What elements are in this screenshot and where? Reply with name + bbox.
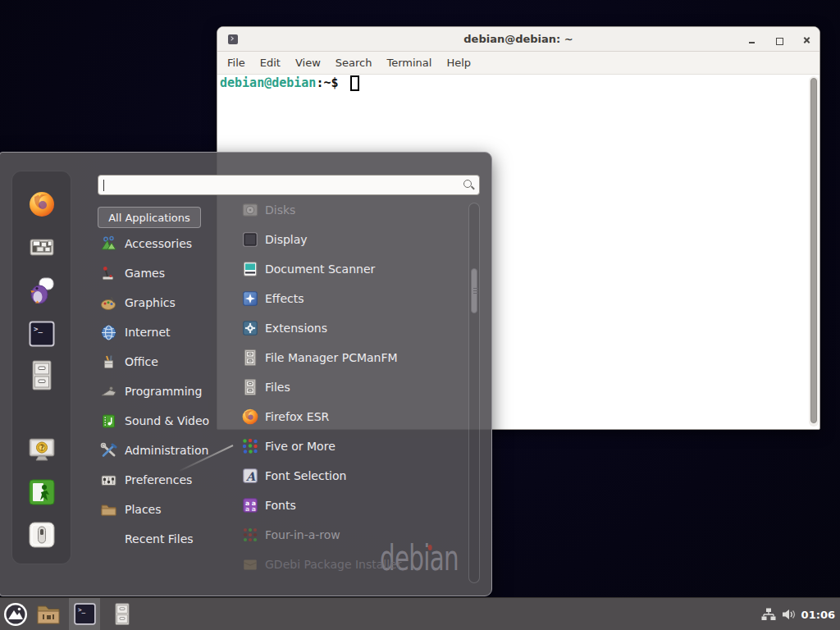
- preferences-icon: [100, 472, 117, 489]
- terminal-menubar: File Edit View Search Terminal Help: [217, 52, 819, 75]
- power-icon[interactable]: [28, 521, 56, 549]
- extensions-icon: [241, 319, 259, 337]
- terminal-icon[interactable]: >_: [28, 320, 56, 348]
- taskbar-terminal-button[interactable]: >_: [69, 598, 100, 630]
- app-five-or-more[interactable]: Five or More: [241, 431, 468, 461]
- svg-text:a a: a a: [245, 505, 256, 513]
- programming-icon: [100, 383, 117, 400]
- pidgin-icon[interactable]: [28, 276, 56, 304]
- close-button[interactable]: [802, 35, 812, 45]
- app-four-in-a-row[interactable]: Four-in-a-row: [241, 520, 468, 550]
- category-list: Accessories Games Graphics Internet Offi…: [100, 229, 238, 554]
- firefox-icon[interactable]: [28, 190, 56, 218]
- category-sound-video[interactable]: Sound & Video: [100, 406, 238, 436]
- taskbar-file-manager-button[interactable]: [33, 598, 64, 630]
- effects-icon: [241, 290, 259, 308]
- svg-text:?: ?: [40, 445, 44, 452]
- category-internet[interactable]: Internet: [100, 317, 238, 347]
- terminal-titlebar[interactable]: debian@debian: ~: [217, 27, 819, 52]
- shell-prompt: debian@debian:~$: [220, 75, 339, 90]
- network-icon[interactable]: [761, 608, 776, 621]
- internet-icon: [100, 324, 117, 341]
- lock-screen-icon[interactable]: ?: [28, 436, 56, 463]
- menu-view[interactable]: View: [288, 57, 328, 69]
- five-or-more-icon: [241, 437, 259, 455]
- app-extensions[interactable]: Extensions: [241, 313, 468, 343]
- terminal-title: debian@debian: ~: [217, 33, 819, 45]
- accessories-icon: [100, 235, 117, 253]
- search-icon: [463, 180, 472, 188]
- document-scanner-icon: [241, 260, 259, 278]
- app-files[interactable]: Files: [241, 372, 468, 402]
- favorites-column: >_ ?: [11, 171, 71, 564]
- file-cabinet-icon: [241, 349, 259, 367]
- app-effects[interactable]: Effects: [241, 284, 468, 313]
- file-cabinet-icon: [241, 378, 259, 396]
- category-office[interactable]: Office: [100, 347, 238, 377]
- places-icon: [100, 501, 117, 518]
- app-file-manager-pcmanfm[interactable]: File Manager PCManFM: [241, 343, 468, 372]
- menu-edit[interactable]: Edit: [253, 57, 288, 69]
- category-all-applications[interactable]: All Applications: [98, 207, 201, 228]
- sound-video-icon: [100, 413, 117, 430]
- minimize-button[interactable]: [747, 35, 757, 45]
- desktop: debian@debian: ~ File Edit View Search T…: [0, 0, 840, 630]
- file-manager-icon[interactable]: [28, 360, 56, 388]
- logout-icon[interactable]: [28, 478, 56, 506]
- category-accessories[interactable]: Accessories: [100, 229, 238, 258]
- svg-text:A: A: [245, 470, 256, 483]
- taskbar-files-button[interactable]: [107, 598, 138, 630]
- taskbar: >_: [0, 597, 840, 630]
- disks-icon: [241, 201, 259, 219]
- font-selection-icon: A: [241, 467, 259, 485]
- administration-icon: [100, 442, 117, 459]
- category-recent-files[interactable]: Recent Files: [100, 524, 238, 554]
- category-programming[interactable]: Programming: [100, 377, 238, 406]
- terminal-scrollbar-thumb[interactable]: [810, 78, 817, 423]
- firefox-esr-icon: [241, 408, 259, 426]
- gdebi-icon: [241, 555, 259, 573]
- menu-file[interactable]: File: [220, 57, 253, 69]
- menu-scrollbar-thumb[interactable]: [471, 268, 477, 313]
- search-input[interactable]: [98, 175, 480, 195]
- taskbar-menu-button[interactable]: [0, 598, 31, 630]
- category-places[interactable]: Places: [100, 495, 238, 524]
- terminal-scrollbar[interactable]: [809, 76, 819, 427]
- menu-search[interactable]: Search: [328, 57, 380, 69]
- package-manager-icon[interactable]: [28, 233, 56, 261]
- app-display[interactable]: Display: [241, 225, 468, 254]
- text-caret: [103, 180, 104, 191]
- office-icon: [100, 354, 117, 371]
- terminal-cursor: [350, 75, 359, 91]
- svg-text:>_: >_: [34, 325, 43, 333]
- maximize-button[interactable]: [774, 35, 784, 45]
- svg-text:>_: >_: [78, 606, 86, 614]
- category-preferences[interactable]: Preferences: [100, 465, 238, 495]
- app-firefox-esr[interactable]: Firefox ESR: [241, 402, 468, 431]
- category-graphics[interactable]: Graphics: [100, 288, 238, 317]
- display-icon: [241, 231, 259, 249]
- app-document-scanner[interactable]: Document Scanner: [241, 254, 468, 284]
- four-in-a-row-icon: [241, 526, 259, 544]
- app-fonts[interactable]: a aa a Fonts: [241, 491, 468, 520]
- app-gdebi[interactable]: GDebi Package Installer: [241, 550, 468, 579]
- application-list: Disks Display Document Scanner Effects E…: [241, 195, 468, 579]
- category-games[interactable]: Games: [100, 258, 238, 288]
- clock[interactable]: 01:06: [801, 609, 835, 621]
- games-icon: [100, 265, 117, 282]
- volume-icon[interactable]: [782, 609, 796, 620]
- fonts-icon: a aa a: [241, 496, 259, 514]
- app-disks[interactable]: Disks: [241, 195, 468, 225]
- graphics-icon: [100, 294, 117, 312]
- menu-help[interactable]: Help: [439, 57, 478, 69]
- category-administration[interactable]: Administration: [100, 436, 238, 465]
- menu-scrollbar[interactable]: [468, 203, 480, 583]
- menu-terminal[interactable]: Terminal: [379, 57, 439, 69]
- app-font-selection[interactable]: A Font Selection: [241, 461, 468, 491]
- application-menu: debian: [0, 152, 492, 596]
